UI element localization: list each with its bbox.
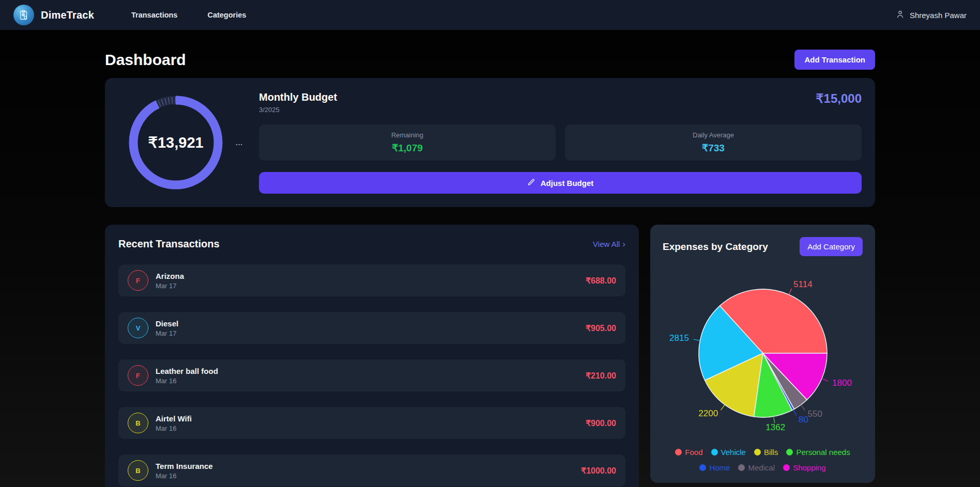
adjust-budget-button[interactable]: Adjust Budget xyxy=(259,172,862,194)
transaction-name: Leather ball food xyxy=(156,367,218,375)
legend-label: Bills xyxy=(764,445,778,460)
transaction-date: Mar 16 xyxy=(156,472,213,480)
legend-row: FoodVehicleBillsPersonal needs xyxy=(663,445,863,461)
transaction-info: Term InsuranceMar 16 xyxy=(156,462,213,480)
legend-label: Medical xyxy=(748,461,775,475)
budget-total-value: ₹15,000 xyxy=(816,91,862,106)
transaction-info: DieselMar 17 xyxy=(156,319,178,337)
transaction-info: Leather ball foodMar 16 xyxy=(156,367,218,385)
transaction-date: Mar 16 xyxy=(156,425,192,432)
navbar: DimeTrack Transactions Categories Shreya… xyxy=(0,0,980,30)
brand[interactable]: DimeTrack xyxy=(13,5,94,25)
legend-label: Food xyxy=(685,445,702,460)
clipboard-calculator-logo-icon xyxy=(13,5,34,25)
expenses-pie-chart: 5114281522001362805501800 xyxy=(663,260,863,444)
remaining-stat-box: Remaining ₹1,079 xyxy=(259,124,556,161)
pie-value-label: 2815 xyxy=(669,333,689,343)
nav-link-transactions[interactable]: Transactions xyxy=(131,11,177,19)
recent-transactions-title: Recent Transactions xyxy=(118,238,220,250)
page-title: Dashboard xyxy=(105,51,186,69)
budget-spent-value: ₹13,921 xyxy=(124,91,227,194)
budget-title: Monthly Budget xyxy=(259,91,337,103)
pie-value-label: 80 xyxy=(799,415,808,425)
daily-average-value: ₹733 xyxy=(702,142,725,154)
legend-item-personal-needs[interactable]: Personal needs xyxy=(786,445,850,460)
recent-transactions-card: Recent Transactions View All › FArizonaM… xyxy=(105,225,639,487)
pie-label-leader-line xyxy=(721,405,725,410)
view-all-label: View All xyxy=(593,240,620,248)
pie-value-label: 1362 xyxy=(765,422,785,432)
legend-color-dot xyxy=(699,464,706,471)
category-avatar: B xyxy=(128,413,148,433)
pie-label-leader-line xyxy=(789,289,791,295)
legend-label: Personal needs xyxy=(796,445,850,460)
legend-item-food[interactable]: Food xyxy=(675,445,702,460)
legend-item-home[interactable]: Home xyxy=(699,461,730,475)
add-category-button[interactable]: Add Category xyxy=(800,237,863,256)
expenses-by-category-card: Expenses by Category Add Category 511428… xyxy=(650,225,875,483)
pie-legend: FoodVehicleBillsPersonal needsHomeMedica… xyxy=(663,445,863,476)
view-all-link[interactable]: View All › xyxy=(593,240,625,248)
transaction-row[interactable]: VDieselMar 17₹905.00 xyxy=(118,312,625,344)
pie-label-leader-line xyxy=(801,405,805,411)
transaction-date: Mar 17 xyxy=(156,282,184,290)
pie-label-leader-line xyxy=(822,379,828,381)
pie-value-label: 550 xyxy=(808,409,822,419)
category-avatar: B xyxy=(128,460,148,481)
transaction-name: Term Insurance xyxy=(156,462,213,470)
transaction-amount: ₹905.00 xyxy=(586,323,616,333)
budget-dots: ... xyxy=(236,139,243,147)
transaction-row[interactable]: FLeather ball foodMar 16₹210.00 xyxy=(118,359,625,391)
pencil-icon xyxy=(527,178,535,188)
user-name: Shreyash Pawar xyxy=(910,11,967,20)
pie-value-label: 1800 xyxy=(832,378,852,388)
transaction-amount: ₹210.00 xyxy=(586,371,616,381)
legend-color-dot xyxy=(783,464,790,471)
category-avatar: V xyxy=(128,318,148,338)
legend-label: Home xyxy=(709,461,730,475)
transaction-name: Diesel xyxy=(156,319,178,328)
transaction-date: Mar 17 xyxy=(156,329,178,337)
nav-link-categories[interactable]: Categories xyxy=(207,11,246,19)
budget-progress-donut: ₹13,921 xyxy=(124,91,227,194)
transaction-row[interactable]: BTerm InsuranceMar 16₹1000.00 xyxy=(118,454,625,486)
category-avatar: F xyxy=(128,270,148,291)
transaction-info: ArizonaMar 17 xyxy=(156,272,184,290)
transaction-name: Arizona xyxy=(156,272,184,280)
adjust-budget-label: Adjust Budget xyxy=(541,179,594,187)
pie-value-label: 2200 xyxy=(698,409,718,418)
pie-label-leader-line xyxy=(793,410,797,415)
transaction-row[interactable]: FArizonaMar 17₹688.00 xyxy=(118,264,625,296)
transaction-date: Mar 16 xyxy=(156,377,218,385)
expenses-title: Expenses by Category xyxy=(663,241,768,253)
transaction-name: Airtel Wifi xyxy=(156,414,192,423)
legend-item-shopping[interactable]: Shopping xyxy=(783,461,825,475)
brand-name: DimeTrack xyxy=(41,9,94,21)
person-icon xyxy=(895,9,905,21)
pie-value-label: 5114 xyxy=(793,279,813,289)
user-menu[interactable]: Shreyash Pawar xyxy=(895,9,967,21)
transaction-info: Airtel WifiMar 16 xyxy=(156,414,192,432)
monthly-budget-card: ₹13,921 ... Monthly Budget 3/2025 ₹15,00… xyxy=(105,78,875,207)
transaction-amount: ₹688.00 xyxy=(586,276,616,286)
daily-average-stat-box: Daily Average ₹733 xyxy=(565,124,862,161)
budget-period: 3/2025 xyxy=(259,106,337,114)
legend-color-dot xyxy=(711,449,718,455)
chevron-right-icon: › xyxy=(622,240,625,248)
transaction-amount: ₹900.00 xyxy=(586,418,616,428)
legend-color-dot xyxy=(738,464,745,471)
category-avatar: F xyxy=(128,365,148,386)
legend-color-dot xyxy=(786,449,793,455)
legend-item-bills[interactable]: Bills xyxy=(754,445,778,460)
pie-label-leader-line xyxy=(694,339,700,341)
legend-color-dot xyxy=(754,449,761,455)
transaction-amount: ₹1000.00 xyxy=(581,466,616,476)
legend-color-dot xyxy=(675,449,682,455)
remaining-label: Remaining xyxy=(391,131,423,139)
legend-label: Vehicle xyxy=(721,445,746,460)
transaction-row[interactable]: BAirtel WifiMar 16₹900.00 xyxy=(118,407,625,439)
legend-item-medical[interactable]: Medical xyxy=(738,461,775,475)
transaction-list: FArizonaMar 17₹688.00VDieselMar 17₹905.0… xyxy=(118,264,625,486)
legend-item-vehicle[interactable]: Vehicle xyxy=(711,445,746,460)
add-transaction-button[interactable]: Add Transaction xyxy=(794,50,875,70)
